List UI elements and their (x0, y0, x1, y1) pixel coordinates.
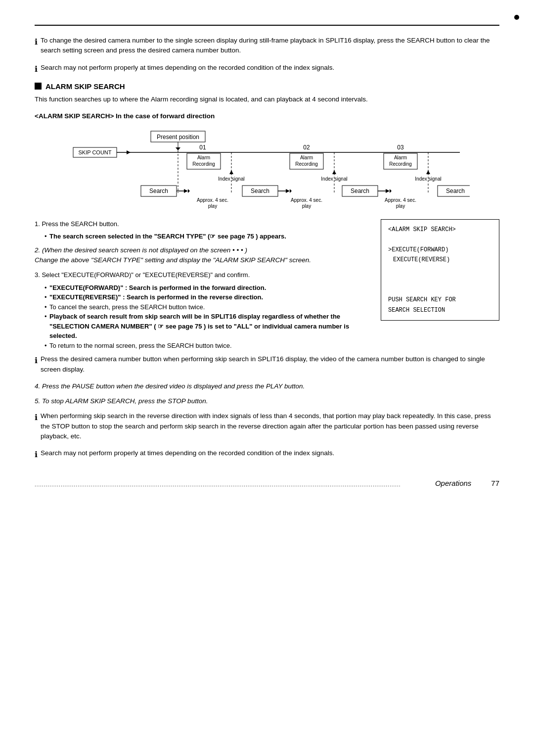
info-para-step3: ℹ Press the desired camera number button… (35, 354, 499, 375)
alarm-skip-diagram: Present position SKIP COUNT 01 Alarm Rec… (64, 129, 470, 210)
step-3-b2: "EXECUTE(REVERSE)" : Search is performed… (49, 293, 263, 301)
section-subtitle: This function searches up to where the A… (35, 94, 499, 104)
svg-text:Alarm: Alarm (197, 155, 210, 160)
svg-marker-39 (286, 189, 290, 193)
step-3-bullet-5: To return to the normal screen, press th… (44, 341, 499, 351)
step-4: 4. Press the PAUSE button when the desir… (35, 381, 499, 391)
svg-marker-40 (290, 189, 292, 193)
svg-text:Search: Search (251, 188, 269, 194)
svg-text:Approx. 4 sec.: Approx. 4 sec. (385, 197, 416, 203)
info-icon-5: ℹ (35, 449, 38, 461)
svg-text:03: 03 (397, 144, 404, 151)
step-3-bullet-4: Playback of search result from skip sear… (44, 312, 499, 341)
intro-text-1: To change the desired camera number to t… (41, 36, 499, 56)
screen-line-5 (388, 265, 492, 275)
info-icon-1: ℹ (35, 36, 38, 48)
page-dot (514, 15, 519, 20)
svg-text:play: play (396, 203, 405, 209)
svg-text:02: 02 (303, 144, 310, 151)
svg-marker-35 (188, 189, 190, 193)
step-3-b1: "EXECUTE(FORWARD)" : Search is performed… (49, 284, 266, 291)
step-5-text: 5. To stop ALARM SKIP SEARCH, press the … (35, 397, 208, 405)
step-3-text: 3. Select "EXECUTE(FORWARD)" or "EXECUTE… (35, 271, 250, 279)
svg-text:Search: Search (351, 188, 369, 194)
step-3-bullet-1: "EXECUTE(FORWARD)" : Search is performed… (44, 283, 499, 293)
footer-operations: Operations (435, 479, 471, 487)
svg-marker-45 (390, 189, 392, 193)
top-rule (35, 25, 499, 26)
step-3-bullet-3: To cancel the search, press the SEARCH b… (44, 302, 499, 312)
steps-section: <ALARM SKIP SEARCH> >EXECUTE(FORWARD) EX… (35, 219, 499, 355)
footer-right: Operations 77 (435, 479, 499, 487)
step-1-bullet-1-text: The search screen selected in the "SEARC… (49, 233, 286, 240)
step-4-text: 4. Press the PAUSE button when the desir… (35, 382, 305, 390)
title-square (35, 83, 42, 90)
svg-text:Approx. 4 sec.: Approx. 4 sec. (197, 197, 228, 203)
screen-line-4: EXECUTE(REVERSE) (388, 255, 492, 265)
intro-para-1: ℹ To change the desired camera number to… (35, 36, 499, 56)
svg-text:Search: Search (446, 188, 465, 194)
step-1-bullets: The search screen selected in the "SEARC… (44, 232, 499, 241)
svg-text:Alarm: Alarm (394, 155, 407, 160)
step-1-bullet-1: The search screen selected in the "SEARC… (44, 232, 499, 241)
step-3-b3: To cancel the search, press the SEARCH b… (49, 303, 205, 311)
svg-text:Recording: Recording (192, 161, 215, 167)
info-icon-3: ℹ (35, 355, 38, 367)
info-icon-2: ℹ (35, 63, 38, 75)
svg-text:Present position: Present position (157, 134, 199, 141)
svg-text:Approx. 4 sec.: Approx. 4 sec. (291, 197, 322, 203)
info-text-4: When performing skip search in the rever… (41, 411, 499, 441)
svg-text:Recording: Recording (389, 161, 412, 167)
svg-marker-44 (386, 189, 390, 193)
section-title-text: ALARM SKIP SEARCH (45, 82, 125, 91)
svg-marker-3 (176, 147, 180, 150)
step-3-b4: Playback of search result from skip sear… (49, 313, 349, 339)
svg-text:play: play (302, 203, 311, 209)
svg-text:Alarm: Alarm (300, 155, 313, 160)
info-para-final: ℹ Search may not perform properly at tim… (35, 448, 499, 461)
step-1-text: 1. Press the SEARCH button. (35, 220, 119, 228)
step-5: 5. To stop ALARM SKIP SEARCH, press the … (35, 396, 499, 406)
svg-text:Search: Search (149, 188, 168, 194)
svg-text:play: play (208, 203, 217, 209)
footer-page-number: 77 (491, 479, 499, 487)
svg-marker-34 (184, 189, 188, 193)
screen-line-3: >EXECUTE(FORWARD) (388, 245, 492, 255)
section-title: ALARM SKIP SEARCH (35, 82, 499, 91)
step-3-bullet-2: "EXECUTE(REVERSE)" : Search is performed… (44, 292, 499, 302)
intro-para-2: ℹ Search may not perform properly at tim… (35, 63, 499, 75)
intro-text-2: Search may not perform properly at times… (41, 63, 334, 73)
page: ℹ To change the desired camera number to… (0, 0, 534, 507)
step-2-text: 2. (When the desired search screen is no… (35, 246, 311, 264)
info-text-5: Search may not perform properly at times… (41, 448, 334, 458)
svg-text:SKIP COUNT: SKIP COUNT (78, 149, 111, 155)
svg-text:01: 01 (199, 144, 206, 151)
diagram: Present position SKIP COUNT 01 Alarm Rec… (35, 129, 499, 210)
footer: ........................................… (0, 479, 534, 487)
step-3-b5: To return to the normal screen, press th… (49, 342, 232, 349)
info-text-3: Press the desired camera number button w… (41, 354, 499, 375)
step-3-bullets: "EXECUTE(FORWARD)" : Search is performed… (44, 283, 499, 351)
footer-dots: ........................................… (35, 482, 401, 487)
subsection-heading: <ALARM SKIP SEARCH> In the case of forwa… (35, 112, 499, 120)
info-para-reverse: ℹ When performing skip search in the rev… (35, 411, 499, 441)
info-icon-4: ℹ (35, 412, 38, 424)
svg-text:Recording: Recording (295, 161, 318, 167)
